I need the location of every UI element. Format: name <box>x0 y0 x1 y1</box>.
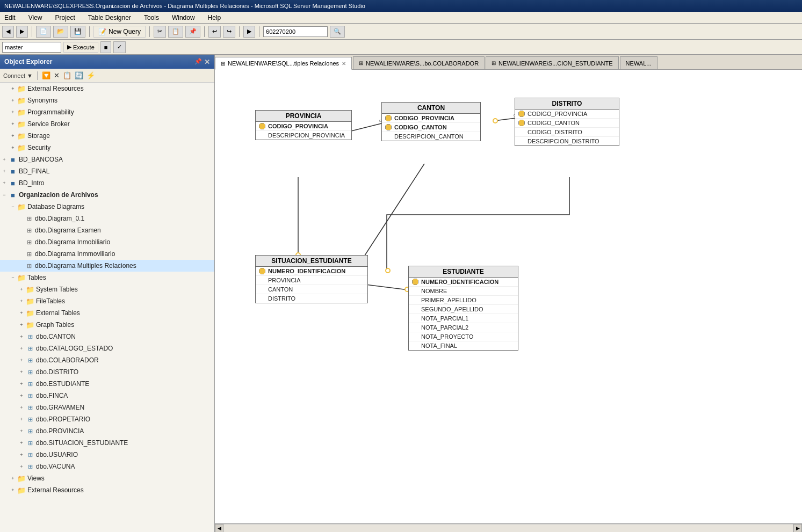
forward-button[interactable]: ▶ <box>16 26 28 38</box>
expander-synonyms[interactable]: + <box>9 96 17 105</box>
new-button[interactable]: 📄 <box>36 26 51 38</box>
tree-item-t-finca[interactable]: + ⊞ dbo.FINCA <box>0 390 214 402</box>
menu-table-designer[interactable]: Table Designer <box>86 13 133 23</box>
tree-item-file-tables[interactable]: + 📁 FileTables <box>0 295 214 307</box>
table-box-estudiante[interactable]: ESTUDIANTE NUMERO_IDENTIFICACION NOMBRE … <box>408 266 518 351</box>
oe-filter-button[interactable]: 🔽 <box>42 71 50 79</box>
copy-button[interactable]: 📋 <box>168 26 183 38</box>
new-query-button[interactable]: 📝 New Query <box>93 26 146 38</box>
tree-item-t-catalogo[interactable]: + ⊞ dbo.CATALOGO_ESTADO <box>0 342 214 354</box>
save-button[interactable]: 💾 <box>70 26 85 38</box>
expander-t-vacuna[interactable]: + <box>17 462 26 471</box>
expander-ext-tables[interactable]: + <box>17 309 26 317</box>
menu-help[interactable]: Help <box>206 13 223 23</box>
tree-item-t-usuario[interactable]: + ⊞ dbo.USUARIO <box>0 449 214 461</box>
menu-window[interactable]: Window <box>170 13 197 23</box>
menu-view[interactable]: View <box>26 13 45 23</box>
expander-file-tables[interactable]: + <box>17 297 26 305</box>
tree-item-bd-final[interactable]: + ■ BD_FINAL <box>0 165 214 177</box>
tab-multiples[interactable]: ⊞ NEWALIENWARE\SQL...tiples Relaciones ✕ <box>215 57 352 70</box>
database-selector[interactable] <box>2 42 61 53</box>
oe-close-button[interactable]: ✕ <box>204 58 210 66</box>
oe-refresh-button[interactable]: 🔄 <box>75 71 83 79</box>
expander-org-archivos[interactable]: − <box>0 191 9 199</box>
menu-project[interactable]: Project <box>53 13 77 23</box>
tree-item-t-provincia[interactable]: + ⊞ dbo.PROVINCIA <box>0 425 214 437</box>
tree-item-t-estudiante[interactable]: + ⊞ dbo.ESTUDIANTE <box>0 378 214 390</box>
tree-item-diag1[interactable]: ⊞ dbo.Diagrama Examen <box>0 224 214 236</box>
tree-item-diag2[interactable]: ⊞ dbo.Diagrama Inmobiliario <box>0 236 214 248</box>
oe-content[interactable]: + 📁 External Resources + 📁 Synonyms + 📁 … <box>0 83 214 532</box>
tab-multiples-close[interactable]: ✕ <box>342 61 346 67</box>
cut-button[interactable]: ✂ <box>154 26 166 38</box>
expander-t-sit-est[interactable]: + <box>17 439 26 447</box>
tab-newal[interactable]: NEWAL... <box>620 56 658 69</box>
menu-tools[interactable]: Tools <box>142 13 161 23</box>
tree-item-bd-bancosa[interactable]: + ■ BD_BANCOSA <box>0 154 214 165</box>
undo-button[interactable]: ↩ <box>208 26 221 38</box>
table-box-provincia[interactable]: PROVINCIA CODIGO_PROVINCIA DESCRIPCION_P… <box>255 110 352 140</box>
tree-item-t-canton[interactable]: + ⊞ dbo.CANTON <box>0 331 214 342</box>
scroll-right-button[interactable]: ▶ <box>793 524 802 533</box>
expander-ext-resources[interactable]: + <box>9 84 17 93</box>
tree-item-sys-tables[interactable]: + 📁 System Tables <box>0 283 214 295</box>
tab-cion-est[interactable]: ⊞ NEWALIENWARE\S...CION_ESTUDIANTE <box>486 56 619 69</box>
table-box-canton[interactable]: CANTON CODIGO_PROVINCIA CODIGO_CANTON DE… <box>381 102 481 141</box>
tree-item-ext-resources[interactable]: + 📁 External Resources <box>0 83 214 94</box>
scroll-track[interactable] <box>223 524 793 533</box>
tree-item-t-propetario[interactable]: + ⊞ dbo.PROPETARIO <box>0 413 214 425</box>
expander-sys-tables[interactable]: + <box>17 285 26 294</box>
table-box-distrito[interactable]: DISTRITO CODIGO_PROVINCIA CODIGO_CANTON … <box>515 98 619 146</box>
execute-button[interactable]: ▶ Execute <box>63 42 98 53</box>
debug-button[interactable]: ▶ <box>243 26 255 38</box>
paste-button[interactable]: 📌 <box>185 26 200 38</box>
tree-item-storage[interactable]: + 📁 Storage <box>0 130 214 142</box>
oe-clear-filter-button[interactable]: ✕ <box>54 71 60 79</box>
parse-button[interactable]: ✓ <box>113 41 126 53</box>
open-button[interactable]: 📂 <box>53 26 68 38</box>
expander-t-catalogo[interactable]: + <box>17 344 26 353</box>
search-input[interactable] <box>263 26 328 37</box>
tree-item-views[interactable]: + 📁 Views <box>0 472 214 484</box>
stop-button[interactable]: ■ <box>100 41 112 53</box>
tree-item-t-vacuna[interactable]: + ⊞ dbo.VACUNA <box>0 461 214 472</box>
tab-colaborador[interactable]: ⊞ NEWALIENWARE\S...bo.COLABORADOR <box>353 56 485 69</box>
redo-button[interactable]: ↪ <box>223 26 235 38</box>
expander-db-diagrams[interactable]: − <box>9 202 17 211</box>
tree-item-programmability[interactable]: + 📁 Programmability <box>0 106 214 118</box>
tree-item-diag3[interactable]: ⊞ dbo.Diagrama Inmmoviliario <box>0 248 214 260</box>
tree-item-security[interactable]: + 📁 Security <box>0 142 214 154</box>
table-box-sit-est[interactable]: SITUACION_ESTUDIANTE NUMERO_IDENTIFICACI… <box>255 255 368 303</box>
expander-t-provincia[interactable]: + <box>17 427 26 435</box>
tree-item-db-diagrams[interactable]: − 📁 Database Diagrams <box>0 201 214 213</box>
expander-bd-intro[interactable]: + <box>0 179 9 187</box>
tree-item-diag4[interactable]: ⊞ dbo.Diagrama Multiples Relaciones <box>0 260 214 272</box>
expander-t-finca[interactable]: + <box>17 391 26 400</box>
expander-views[interactable]: + <box>9 474 17 483</box>
expander-bd-bancosa[interactable]: + <box>0 155 9 164</box>
tree-item-t-colaborador[interactable]: + ⊞ dbo.COLABORADOR <box>0 354 214 366</box>
oe-pin-button[interactable]: 📌 <box>194 58 202 66</box>
expander-t-colaborador[interactable]: + <box>17 356 26 365</box>
tree-item-t-gravamen[interactable]: + ⊞ dbo.GRAVAMEN <box>0 402 214 413</box>
scroll-left-button[interactable]: ◀ <box>215 524 223 533</box>
oe-properties-button[interactable]: 📋 <box>63 71 71 79</box>
menu-edit[interactable]: Edit <box>2 13 18 23</box>
expander-graph-tables[interactable]: + <box>17 320 26 329</box>
expander-bd-final[interactable]: + <box>0 167 9 176</box>
tree-item-bd-intro[interactable]: + ■ BD_Intro <box>0 177 214 189</box>
expander-t-propetario[interactable]: + <box>17 415 26 424</box>
back-button[interactable]: ◀ <box>2 26 14 38</box>
expander-t-usuario[interactable]: + <box>17 450 26 459</box>
expander-t-distrito[interactable]: + <box>17 368 26 376</box>
expander-service-broker[interactable]: + <box>9 120 17 128</box>
oe-activity-button[interactable]: ⚡ <box>86 71 95 79</box>
expander-t-estudiante[interactable]: + <box>17 380 26 388</box>
tree-item-ext-tables[interactable]: + 📁 External Tables <box>0 307 214 319</box>
expander-t-gravamen[interactable]: + <box>17 403 26 412</box>
expander-t-canton[interactable]: + <box>17 332 26 341</box>
tree-item-diag0[interactable]: ⊞ dbo.Diagram_0.1 <box>0 213 214 224</box>
tree-item-tables[interactable]: − 📁 Tables <box>0 272 214 283</box>
expander-programmability[interactable]: + <box>9 108 17 116</box>
expander-security[interactable]: + <box>9 143 17 152</box>
